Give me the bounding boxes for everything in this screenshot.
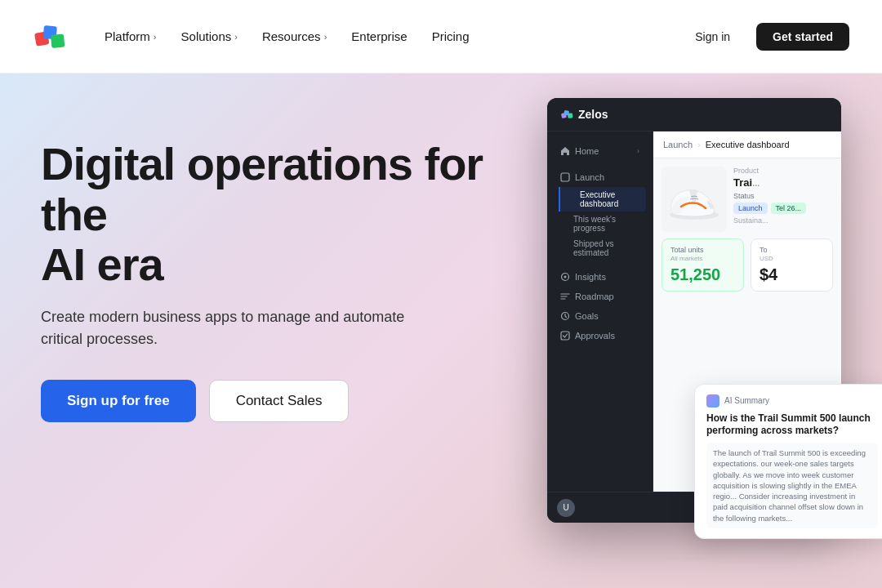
nav-item-pricing[interactable]: Pricing bbox=[422, 23, 479, 50]
nav-links: Platform › Solutions › Resources › Enter… bbox=[95, 23, 479, 50]
metric-usd-label: To bbox=[760, 246, 824, 254]
signin-button[interactable]: Sign in bbox=[679, 23, 746, 51]
sidebar-item-approvals[interactable]: Approvals bbox=[554, 326, 646, 345]
ai-summary-card: AI Summary How is the Trail Summit 500 l… bbox=[694, 384, 882, 539]
breadcrumb-current: Executive dashboard bbox=[706, 140, 790, 149]
hero-buttons: Sign up for free Contact Sales bbox=[41, 380, 514, 422]
sidebar-home-label: Home bbox=[575, 146, 599, 156]
badge-tel: Tel 26... bbox=[771, 203, 807, 214]
metric-usd-sublabel: USD bbox=[760, 255, 824, 262]
sidebar-item-home[interactable]: Home › bbox=[554, 141, 646, 161]
user-avatar: U bbox=[557, 499, 575, 517]
sidebar-home-chevron: › bbox=[637, 147, 639, 155]
svg-rect-6 bbox=[561, 173, 569, 181]
app-name: Zelos bbox=[578, 108, 608, 121]
product-info: Product Trai... Status Launch Tel 26... … bbox=[733, 167, 833, 232]
product-image-card bbox=[662, 167, 727, 232]
badge-row: Launch Tel 26... bbox=[733, 203, 833, 214]
sidebar-item-launch[interactable]: Launch bbox=[554, 167, 646, 187]
nav-item-platform[interactable]: Platform › bbox=[95, 23, 167, 50]
nav-right: Sign in Get started bbox=[679, 23, 849, 51]
metric-total-units: Total units All markets 51,250 bbox=[662, 238, 744, 292]
nav-item-solutions[interactable]: Solutions › bbox=[172, 23, 247, 50]
svg-point-8 bbox=[564, 276, 567, 278]
nav-item-resources[interactable]: Resources › bbox=[252, 23, 336, 50]
sidebar-item-roadmap[interactable]: Roadmap bbox=[554, 287, 646, 306]
ai-card-header: AI Summary bbox=[706, 394, 878, 408]
breadcrumb-separator: › bbox=[697, 140, 701, 149]
sidebar-item-goals[interactable]: Goals bbox=[554, 306, 646, 326]
breadcrumb-parent: Launch bbox=[663, 140, 693, 149]
metric-total-units-label: Total units bbox=[670, 246, 735, 254]
signup-button[interactable]: Sign up for free bbox=[41, 380, 196, 422]
svg-rect-10 bbox=[561, 332, 569, 340]
product-row: Product Trai... Status Launch Tel 26... … bbox=[662, 167, 833, 232]
hero-title: Digital operations for the AI era bbox=[41, 139, 514, 290]
sidebar-item-insights[interactable]: Insights bbox=[554, 267, 646, 287]
svg-rect-5 bbox=[568, 113, 573, 118]
navbar: Platform › Solutions › Resources › Enter… bbox=[0, 0, 882, 74]
sidebar-launch-label: Launch bbox=[575, 172, 604, 182]
hero-section: Digital operations for the AI era Create… bbox=[0, 74, 882, 588]
sidebar-sub-executive[interactable]: Executive dashboard bbox=[559, 187, 646, 212]
hero-content: Digital operations for the AI era Create… bbox=[41, 139, 514, 422]
ai-icon bbox=[706, 394, 719, 408]
ai-label: AI Summary bbox=[724, 396, 769, 405]
app-header: Zelos bbox=[547, 98, 841, 131]
product-sustainability-label: Sustaina... bbox=[733, 216, 833, 225]
sidebar-sub-shipped[interactable]: Shipped vs estimated bbox=[554, 236, 646, 261]
contact-sales-button[interactable]: Contact Sales bbox=[209, 380, 350, 422]
solutions-chevron-icon: › bbox=[234, 32, 238, 42]
product-name: Trai... bbox=[733, 176, 833, 189]
svg-rect-2 bbox=[51, 33, 65, 47]
metrics-row: Total units All markets 51,250 To USD $4 bbox=[662, 238, 833, 292]
sidebar-roadmap-label: Roadmap bbox=[575, 292, 614, 301]
product-status-label: Status bbox=[733, 192, 833, 200]
sidebar-approvals-label: Approvals bbox=[575, 331, 615, 341]
sidebar-launch-section: Launch Executive dashboard This week's p… bbox=[547, 164, 653, 264]
app-sidebar: Home › Launch Executive dashboard This bbox=[547, 131, 653, 519]
sidebar-insights-label: Insights bbox=[575, 272, 606, 282]
sidebar-other-section: Insights Roadmap bbox=[547, 264, 653, 349]
main-breadcrumb: Launch › Executive dashboard bbox=[653, 131, 841, 158]
metric-total-units-sublabel: All markets bbox=[670, 255, 735, 262]
platform-chevron-icon: › bbox=[154, 32, 157, 42]
product-label: Product bbox=[733, 167, 833, 175]
sidebar-home-section: Home › bbox=[547, 138, 653, 164]
get-started-button[interactable]: Get started bbox=[756, 23, 849, 51]
metric-total-units-value: 51,250 bbox=[670, 265, 735, 284]
resources-chevron-icon: › bbox=[324, 32, 327, 42]
dashboard-mockup: Zelos Home › bbox=[547, 98, 882, 555]
badge-launch: Launch bbox=[733, 203, 768, 214]
hero-subtitle: Create modern business apps to manage an… bbox=[41, 306, 433, 350]
nav-item-enterprise[interactable]: Enterprise bbox=[341, 23, 416, 50]
logo[interactable] bbox=[33, 19, 69, 55]
metric-usd-value: $4 bbox=[760, 265, 824, 284]
content-area: Product Trai... Status Launch Tel 26... … bbox=[653, 158, 841, 300]
sidebar-sub-progress[interactable]: This week's progress bbox=[554, 212, 646, 236]
metric-usd: To USD $4 bbox=[751, 238, 833, 292]
ai-body: The launch of Trail Summit 500 is exceed… bbox=[706, 443, 878, 528]
sidebar-goals-label: Goals bbox=[575, 311, 599, 321]
app-logo: Zelos bbox=[560, 108, 608, 121]
ai-question: How is the Trail Summit 500 launch perfo… bbox=[706, 412, 878, 438]
